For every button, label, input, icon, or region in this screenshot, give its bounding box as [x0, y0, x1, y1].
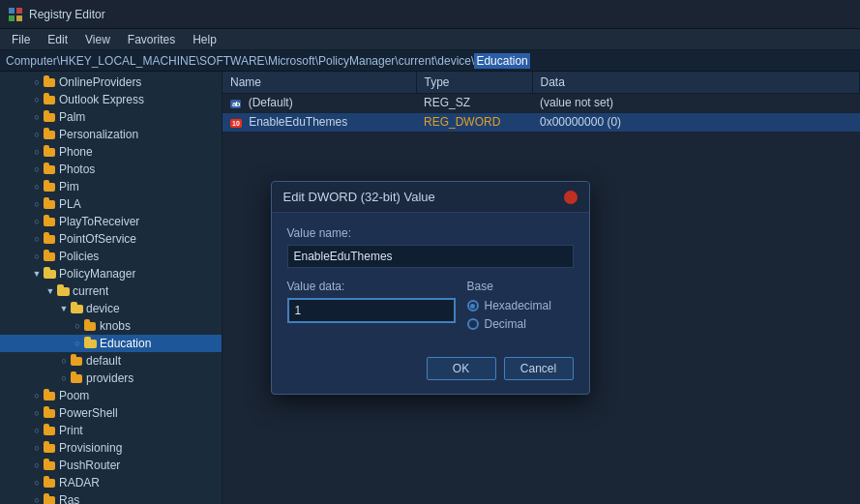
- tree-label-default: default: [86, 354, 121, 368]
- tree-label-Personalization: Personalization: [59, 128, 138, 141]
- tree-item-Phone[interactable]: ○ Phone: [0, 143, 222, 161]
- menu-file[interactable]: File: [4, 31, 38, 48]
- table-row[interactable]: ab (Default) REG_SZ (value not set): [222, 93, 860, 112]
- menu-favorites[interactable]: Favorites: [120, 31, 183, 48]
- tree-item-PushRouter[interactable]: ○ PushRouter: [0, 457, 222, 474]
- expander-Palm[interactable]: ○: [31, 111, 43, 123]
- tree-item-Personalization[interactable]: ○ Personalization: [0, 126, 222, 143]
- folder-icon: [83, 338, 97, 349]
- tree-item-device[interactable]: ▼ device: [0, 300, 222, 317]
- expander-Photos[interactable]: ○: [31, 163, 43, 175]
- col-type: Type: [416, 72, 532, 93]
- tree-item-Provisioning[interactable]: ○ Provisioning: [0, 439, 222, 457]
- expander-default[interactable]: ○: [58, 355, 70, 367]
- expander-PLA[interactable]: ○: [31, 198, 43, 210]
- folder-icon: [43, 198, 56, 210]
- edit-dword-dialog: Edit DWORD (32-bit) Value Value name: Va…: [271, 181, 590, 395]
- tree-item-RADAR[interactable]: ○ RADAR: [0, 474, 222, 491]
- tree-label-PowerShell: PowerShell: [59, 406, 118, 420]
- expander-Poom[interactable]: ○: [31, 390, 43, 401]
- expander-RADAR[interactable]: ○: [31, 477, 43, 489]
- expander-OnlineProviders[interactable]: ○: [31, 76, 43, 88]
- tree-label-PushRouter: PushRouter: [59, 459, 120, 472]
- hexadecimal-label: Hexadecimal: [485, 299, 551, 312]
- expander-PlayToReceiver[interactable]: ○: [31, 216, 43, 227]
- expander-OutlookExpress[interactable]: ○: [31, 94, 43, 105]
- expander-PowerShell[interactable]: ○: [31, 407, 43, 419]
- tree-item-Palm[interactable]: ○ Palm: [0, 108, 222, 126]
- hexadecimal-radio-row[interactable]: Hexadecimal: [467, 299, 574, 312]
- row-name: 10 EnableEduThemes: [222, 112, 416, 132]
- col-data: Data: [532, 72, 860, 93]
- tree-item-PointOfService[interactable]: ○ PointOfService: [0, 230, 222, 248]
- dialog-close-button[interactable]: [564, 191, 578, 204]
- expander-Print[interactable]: ○: [31, 425, 43, 436]
- expander-providers[interactable]: ○: [58, 372, 70, 384]
- tree-label-current: current: [73, 284, 108, 298]
- menu-edit[interactable]: Edit: [40, 31, 75, 48]
- table-row[interactable]: 10 EnableEduThemes REG_DWORD 0x00000000 …: [222, 112, 860, 132]
- tree-item-Policies[interactable]: ○ Policies: [0, 248, 222, 265]
- title-bar: Registry Editor: [0, 0, 860, 29]
- expander-Policies[interactable]: ○: [31, 251, 43, 262]
- tree-item-Ras[interactable]: ○ Ras: [0, 491, 222, 504]
- tree-label-providers: providers: [86, 371, 133, 385]
- dialog-body: Value name: Value data: Base Hexadecimal: [272, 213, 589, 349]
- expander-knobs[interactable]: ○: [72, 320, 83, 332]
- tree-item-Poom[interactable]: ○ Poom: [0, 387, 222, 404]
- tree-label-Photos: Photos: [59, 163, 95, 176]
- decimal-radio[interactable]: [467, 318, 479, 330]
- ok-button[interactable]: OK: [427, 357, 496, 380]
- folder-icon: [83, 320, 97, 332]
- folder-icon: [43, 494, 56, 504]
- menu-help[interactable]: Help: [185, 31, 224, 48]
- tree-item-knobs[interactable]: ○ knobs: [0, 317, 222, 335]
- tree-item-default[interactable]: ○ default: [0, 352, 222, 370]
- menu-view[interactable]: View: [77, 31, 118, 48]
- tree-item-PlayToReceiver[interactable]: ○ PlayToReceiver: [0, 213, 222, 230]
- expander-Personalization[interactable]: ○: [31, 129, 43, 140]
- expander-Phone[interactable]: ○: [31, 146, 43, 158]
- folder-icon: [43, 111, 56, 123]
- svg-rect-0: [9, 8, 15, 14]
- value-data-input[interactable]: [287, 298, 456, 323]
- menu-bar: File Edit View Favorites Help: [0, 29, 860, 50]
- value-name-label: Value name:: [287, 226, 574, 240]
- folder-icon: [43, 181, 56, 193]
- tree-item-OutlookExpress[interactable]: ○ Outlook Express: [0, 91, 222, 108]
- folder-icon: [70, 372, 83, 384]
- tree-item-PolicyManager[interactable]: ▼ PolicyManager: [0, 265, 222, 282]
- value-data-label: Value data:: [287, 280, 456, 293]
- app-title: Registry Editor: [29, 8, 105, 21]
- tree-label-Print: Print: [59, 424, 83, 437]
- tree-item-Pim[interactable]: ○ Pim: [0, 178, 222, 195]
- app-icon: [8, 7, 23, 22]
- expander-PolicyManager[interactable]: ▼: [31, 268, 43, 280]
- tree-item-Print[interactable]: ○ Print: [0, 422, 222, 439]
- expander-Ras[interactable]: ○: [31, 494, 43, 504]
- expander-PushRouter[interactable]: ○: [31, 460, 43, 471]
- cancel-button[interactable]: Cancel: [504, 357, 574, 380]
- tree-item-OnlineProviders[interactable]: ○ OnlineProviders: [0, 74, 222, 91]
- tree-item-PowerShell[interactable]: ○ PowerShell: [0, 404, 222, 422]
- expander-device[interactable]: ▼: [58, 303, 70, 314]
- expander-Education[interactable]: ○: [72, 338, 83, 349]
- value-name-input[interactable]: [287, 245, 574, 268]
- values-table: Name Type Data ab (Default) REG_SZ (valu…: [222, 72, 860, 133]
- tree-label-PlayToReceiver: PlayToReceiver: [59, 215, 139, 228]
- expander-Pim[interactable]: ○: [31, 181, 43, 193]
- expander-current[interactable]: ▼: [44, 285, 56, 297]
- hexadecimal-radio[interactable]: [467, 300, 479, 311]
- expander-PointOfService[interactable]: ○: [31, 233, 43, 245]
- address-bar: Computer\HKEY_LOCAL_MACHINE\SOFTWARE\Mic…: [0, 50, 860, 72]
- tree-item-PLA[interactable]: ○ PLA: [0, 195, 222, 213]
- tree-item-providers[interactable]: ○ providers: [0, 370, 222, 387]
- expander-Provisioning[interactable]: ○: [31, 442, 43, 454]
- tree-label-PLA: PLA: [59, 197, 81, 211]
- tree-panel: ○ OnlineProviders ○ Outlook Express ○ Pa…: [0, 72, 222, 504]
- tree-item-current[interactable]: ▼ current: [0, 282, 222, 300]
- decimal-radio-row[interactable]: Decimal: [467, 317, 574, 331]
- tree-item-Education[interactable]: ○ Education: [0, 335, 222, 352]
- base-label: Base: [467, 280, 574, 293]
- tree-item-Photos[interactable]: ○ Photos: [0, 161, 222, 178]
